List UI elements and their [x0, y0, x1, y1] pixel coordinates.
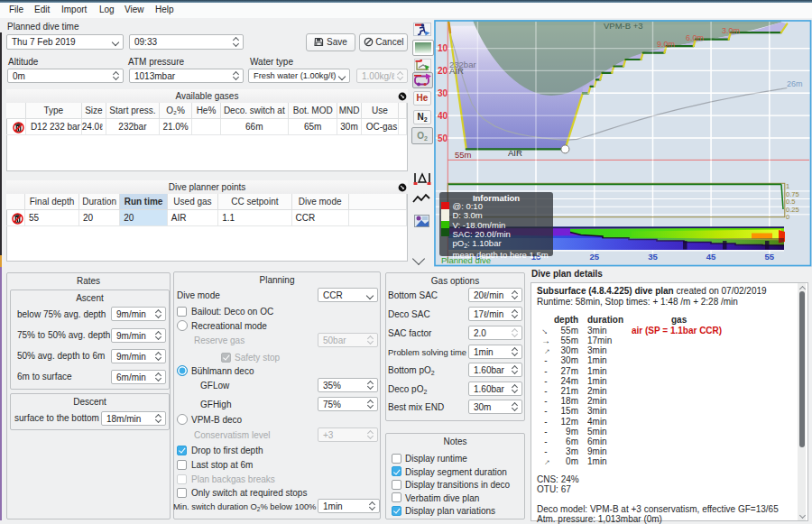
svg-text:45: 45	[706, 252, 716, 262]
svg-text:55m: 55m	[455, 150, 472, 160]
svg-text:3.0m: 3.0m	[722, 26, 740, 35]
svg-text:55: 55	[765, 252, 775, 262]
svg-text:40: 40	[438, 111, 448, 121]
svg-text:20: 20	[438, 66, 448, 76]
svg-text:50: 50	[438, 133, 448, 143]
svg-text:9.0m: 9.0m	[657, 40, 675, 49]
svg-text:30: 30	[438, 88, 448, 98]
svg-text:AIR: AIR	[508, 148, 522, 158]
svg-text:6.0m: 6.0m	[686, 33, 704, 42]
svg-text:10: 10	[438, 43, 448, 53]
svg-text:25: 25	[590, 252, 600, 262]
svg-text:26m: 26m	[787, 79, 803, 88]
svg-text:VPM-B +3: VPM-B +3	[604, 21, 643, 31]
svg-text:35: 35	[648, 252, 658, 262]
svg-text:AIR: AIR	[449, 66, 464, 76]
svg-text:0: 0	[786, 213, 789, 221]
